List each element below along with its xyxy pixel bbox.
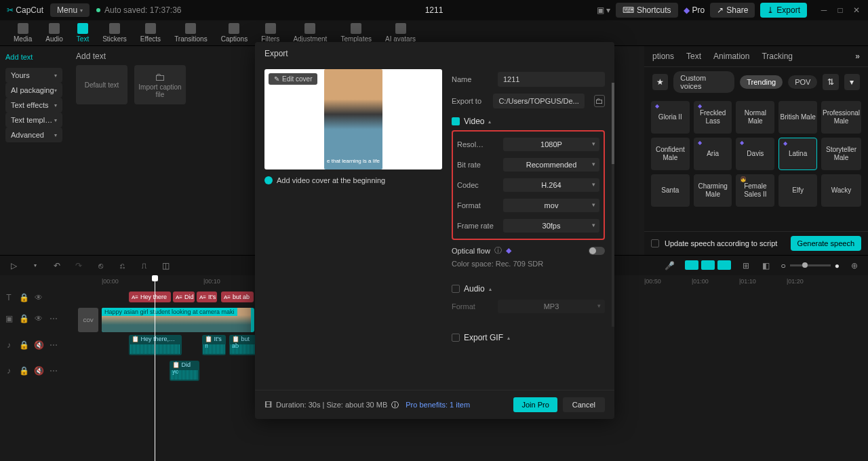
text-clip[interactable]: A≡Did <box>173 292 195 302</box>
accent-tool-3[interactable] <box>717 260 731 270</box>
text-clip[interactable]: A≡It's <box>197 292 217 302</box>
add-cover-checkbox[interactable] <box>264 176 273 184</box>
bitrate-select[interactable]: Recommended <box>503 158 599 172</box>
audio-clip[interactable]: 📋 but ab <box>229 335 256 355</box>
gif-checkbox[interactable] <box>452 334 460 342</box>
lock-icon[interactable]: 🔒 <box>19 340 28 350</box>
section-advanced[interactable]: Advanced▾ <box>5 127 62 142</box>
split-right-icon[interactable]: ⎍ <box>138 260 149 271</box>
voice-professional-male[interactable]: Professional Male <box>821 101 861 134</box>
voice-latina[interactable]: ◆Latina <box>778 138 817 170</box>
favorites-icon[interactable]: ★ <box>652 74 668 90</box>
minimize-icon[interactable]: ─ <box>819 5 829 15</box>
maximize-icon[interactable]: □ <box>835 5 845 15</box>
voice-aria[interactable]: ◆Aria <box>694 138 732 170</box>
cursor-dropdown-icon[interactable]: ▾ <box>30 260 41 271</box>
text-clip[interactable]: A≡but ab <box>221 292 254 302</box>
custom-voices-chip[interactable]: Custom voices <box>673 71 734 93</box>
audio-clip[interactable]: 📋 It's n <box>202 335 226 355</box>
voice-charming-male[interactable]: Charming Male <box>694 174 732 207</box>
tab-tracking[interactable]: Tracking <box>762 52 793 61</box>
sort-icon[interactable]: ⇅ <box>823 74 838 90</box>
eye-icon[interactable]: 👁 <box>34 293 43 302</box>
accent-tool-2[interactable] <box>701 260 715 270</box>
align-icon[interactable]: ⊞ <box>741 260 751 271</box>
menu-button[interactable]: Menu ▾ <box>50 3 90 17</box>
voice-british-male[interactable]: British Male <box>778 101 817 134</box>
voice-normal-male[interactable]: Normal Male <box>736 101 774 134</box>
optical-flow-toggle[interactable] <box>589 247 605 255</box>
tool-effects[interactable]: Effects <box>134 22 167 44</box>
zoom-slider[interactable]: ○● <box>781 260 840 271</box>
voice-davis[interactable]: ◆Davis <box>736 138 774 170</box>
format-select[interactable]: mov <box>503 199 599 212</box>
undo-icon[interactable]: ↶ <box>52 260 62 271</box>
tool-ai-avatars[interactable]: AI avatars <box>378 22 422 44</box>
audio-checkbox[interactable] <box>452 285 460 293</box>
voice-female-sales-ii[interactable]: 👧Female Sales II <box>736 174 774 207</box>
tool-stickers[interactable]: Stickers <box>96 22 134 44</box>
cancel-button[interactable]: Cancel <box>563 397 605 412</box>
crop-icon[interactable]: ◫ <box>160 260 171 271</box>
join-pro-button[interactable]: Join Pro <box>513 397 557 412</box>
dropdown-icon[interactable]: ▾ <box>844 74 860 90</box>
pro-benefits-link[interactable]: Pro benefits: 1 item <box>406 401 470 409</box>
voice-santa[interactable]: Santa <box>651 174 690 207</box>
tool-filters[interactable]: Filters <box>254 22 286 44</box>
tool-adjustment[interactable]: Adjustment <box>286 22 334 44</box>
info-icon[interactable]: ⓘ <box>391 400 399 410</box>
voice-elfy[interactable]: Elfy <box>778 174 817 207</box>
update-speech-checkbox[interactable] <box>651 239 659 247</box>
import-caption-thumb[interactable]: 🗀 Import caption file <box>134 65 186 104</box>
more-icon[interactable]: ⋯ <box>49 314 58 323</box>
trending-chip[interactable]: Trending <box>740 75 783 89</box>
accent-tool-1[interactable] <box>685 260 698 270</box>
voice-storyteller-male[interactable]: Storyteller Male <box>821 138 861 170</box>
eye-icon[interactable]: 👁 <box>34 314 43 323</box>
pro-badge[interactable]: ◆Pro <box>684 5 705 15</box>
modal-scrollbar[interactable] <box>612 83 614 327</box>
mute-icon[interactable]: 🔇 <box>34 366 43 376</box>
audio-clip[interactable]: 📋 Hey there,… <box>129 335 182 355</box>
tab-options[interactable]: ptions <box>652 52 674 61</box>
tool-media[interactable]: Media <box>7 22 39 44</box>
default-text-thumb[interactable]: Default text <box>76 65 127 104</box>
audio-format-select[interactable]: MP3 <box>498 300 605 313</box>
tool-transitions[interactable]: Transitions <box>167 22 214 44</box>
export-button[interactable]: ⤓ Export <box>760 3 807 18</box>
edit-cover-button[interactable]: ✎ Edit cover <box>269 73 317 85</box>
redo-icon[interactable]: ↷ <box>73 260 84 271</box>
text-clip[interactable]: A≡Hey there <box>129 292 171 302</box>
split-icon[interactable]: ⎋ <box>95 260 106 271</box>
playhead[interactable] <box>155 277 155 461</box>
video-checkbox[interactable] <box>452 117 460 125</box>
magnet-icon[interactable]: ◧ <box>761 260 772 271</box>
mic-icon[interactable]: 🎤 <box>665 260 675 271</box>
resolution-select[interactable]: 1080P <box>503 138 599 151</box>
generate-speech-button[interactable]: Generate speech <box>791 236 861 251</box>
tool-text[interactable]: Text <box>70 22 96 44</box>
more-icon[interactable]: ⋯ <box>49 340 58 350</box>
split-left-icon[interactable]: ⎌ <box>117 260 127 271</box>
fit-icon[interactable]: ⊕ <box>849 260 860 271</box>
cursor-tool-icon[interactable]: ▷ <box>8 260 19 271</box>
tool-captions[interactable]: Captions <box>214 22 254 44</box>
info-icon[interactable]: ⓘ <box>494 245 502 256</box>
tab-animation[interactable]: Animation <box>713 52 749 61</box>
section-texttempl[interactable]: Text templ…▾ <box>5 113 62 127</box>
voice-wacky[interactable]: Wacky <box>821 174 861 207</box>
tool-templates[interactable]: Templates <box>334 22 378 44</box>
voice-freckled-lass[interactable]: ◆Freckled Lass <box>694 101 732 134</box>
tool-audio[interactable]: Audio <box>39 22 70 44</box>
lock-icon[interactable]: 🔒 <box>19 366 28 376</box>
voice-confident-male[interactable]: Confident Male <box>651 138 690 170</box>
name-input[interactable] <box>498 72 605 87</box>
more-icon[interactable]: ⋯ <box>49 366 58 376</box>
section-texteffects[interactable]: Text effects▾ <box>5 98 62 113</box>
mute-icon[interactable]: 🔇 <box>34 340 43 350</box>
tab-text[interactable]: Text <box>686 52 701 61</box>
share-button[interactable]: ↗ Share <box>710 3 755 18</box>
section-yours[interactable]: Yours▾ <box>5 68 62 83</box>
section-aipackaging[interactable]: AI packaging▾ <box>5 83 62 98</box>
video-clip[interactable]: Happy asian girl student looking at came… <box>102 308 254 332</box>
